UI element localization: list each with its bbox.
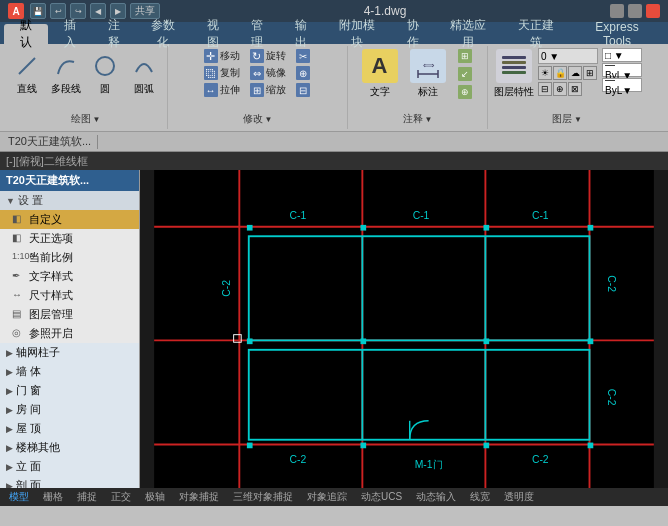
leader-btn[interactable]: ↙ [454, 66, 478, 82]
draw-group: 直线 多段线 圆 圆弧 [4, 46, 168, 129]
dim-button[interactable]: ⟺ 标注 [406, 48, 450, 100]
status-bar: 模型 栅格 捕捉 正交 极轴 对象捕捉 三维对象捕捉 对象追踪 动态UCS 动态… [0, 488, 668, 506]
tab-addon[interactable]: 附加模块 [323, 24, 391, 44]
trim-button[interactable]: ✂ [292, 48, 316, 64]
lw-btn[interactable]: 线宽 [465, 489, 495, 505]
close-btn[interactable] [646, 4, 660, 18]
otrack-btn[interactable]: 对象追踪 [302, 489, 352, 505]
minimize-btn[interactable] [610, 4, 624, 18]
cad-canvas[interactable]: C-1 C-1 C-1 C-2 C-2 C-2 C-2 C-2 M-1门 [140, 170, 668, 488]
polar-btn[interactable]: 极轴 [140, 489, 170, 505]
sidebar-section-settings[interactable]: ▼ 设 置 [0, 191, 139, 210]
roof-label: 屋 顶 [16, 421, 41, 436]
layer-btn2[interactable]: 🔒 [553, 66, 567, 80]
layer-btn1[interactable]: ☀ [538, 66, 552, 80]
layer-btn3[interactable]: ☁ [568, 66, 582, 80]
layer-select[interactable]: 0 ▼ [538, 48, 598, 64]
sidebar-group-section[interactable]: ▶ 剖 面 [0, 476, 139, 488]
textstyle-icon: ✒ [12, 270, 26, 284]
tab-view[interactable]: 视图 [191, 24, 235, 44]
layer-btn7[interactable]: ⊠ [568, 82, 582, 96]
layer-btn4[interactable]: ⊞ [583, 66, 597, 80]
layer-btn6[interactable]: ⊕ [553, 82, 567, 96]
tab-default[interactable]: 默认 [4, 24, 48, 44]
tab-arch[interactable]: 天正建筑 [502, 24, 570, 44]
sidebar-group-roof[interactable]: ▶ 屋 顶 [0, 419, 139, 438]
ribbon-tabs: 默认 插入 注释 参数化 视图 管理 输出 附加模块 协作 精选应用 天正建筑 … [0, 22, 668, 44]
modify-group: ✛ 移动 ↻ 旋转 ✂ ⿻ 复制 [168, 46, 348, 129]
lineweight-select[interactable]: —ByL▼ [602, 78, 642, 92]
sidebar-item-dimstyle[interactable]: ↔ 尺寸样式 [0, 286, 139, 305]
sidebar-item-custom[interactable]: ◧ 自定义 [0, 210, 139, 229]
array-button[interactable]: ⊟ [292, 82, 316, 98]
layer-prop-button[interactable]: 图层特性 [492, 48, 536, 100]
tab-collab[interactable]: 协作 [391, 24, 435, 44]
line-label: 直线 [17, 82, 37, 96]
annotate-col: ⊞ ↙ ⊕ [454, 48, 478, 100]
main-area: T20天正建筑软... ▼ 设 置 ◧ 自定义 ◧ 天正选项 1:100 当前比… [0, 170, 668, 488]
svg-rect-9 [502, 71, 526, 74]
rotate-button[interactable]: ↻ 旋转 [246, 48, 290, 64]
sidebar-item-tianzheng[interactable]: ◧ 天正选项 [0, 229, 139, 248]
sidebar-item-textstyle[interactable]: ✒ 文字样式 [0, 267, 139, 286]
stretch-button[interactable]: ↔ 拉伸 [200, 82, 244, 98]
ducs-btn[interactable]: 动态UCS [356, 489, 407, 505]
sidebar-group-elevation[interactable]: ▶ 立 面 [0, 457, 139, 476]
maximize-btn[interactable] [628, 4, 642, 18]
dynin-btn[interactable]: 动态输入 [411, 489, 461, 505]
3dosnap-btn[interactable]: 三维对象捕捉 [228, 489, 298, 505]
ortho-btn[interactable]: 正交 [106, 489, 136, 505]
sidebar-group-wall[interactable]: ▶ 墙 体 [0, 362, 139, 381]
line-button[interactable]: 直线 [8, 48, 46, 100]
svg-text:⟺: ⟺ [422, 61, 434, 70]
sidebar-group-grid[interactable]: ▶ 轴网柱子 [0, 343, 139, 362]
circle-button[interactable]: 圆 [86, 48, 124, 100]
layer-prop-label: 图层特性 [494, 85, 534, 99]
model-btn[interactable]: 模型 [4, 489, 34, 505]
grid-status-btn[interactable]: 栅格 [38, 489, 68, 505]
svg-text:C-2: C-2 [221, 280, 232, 297]
tab-insert[interactable]: 插入 [48, 24, 92, 44]
explode-button[interactable]: ⊕ [292, 65, 316, 81]
layer-btn5[interactable]: ⊟ [538, 82, 552, 96]
move-icon: ✛ [204, 49, 218, 63]
draw-expand-icon[interactable]: ▼ [93, 115, 101, 124]
sidebar-group-stair[interactable]: ▶ 楼梯其他 [0, 438, 139, 457]
sidebar-item-scale[interactable]: 1:100 当前比例 [0, 248, 139, 267]
sidebar-group-room[interactable]: ▶ 房 间 [0, 400, 139, 419]
copy-icon: ⿻ [204, 66, 218, 80]
svg-rect-35 [484, 443, 490, 449]
tab-express[interactable]: Express Tools [570, 24, 664, 44]
copy-button[interactable]: ⿻ 复制 [200, 65, 244, 81]
tab-apps[interactable]: 精选应用 [435, 24, 503, 44]
sidebar-group-door[interactable]: ▶ 门 窗 [0, 381, 139, 400]
tab-output[interactable]: 输出 [279, 24, 323, 44]
center-btn[interactable]: ⊕ [454, 84, 478, 100]
osnap-btn[interactable]: 对象捕捉 [174, 489, 224, 505]
sidebar-item-refopen[interactable]: ◎ 参照开启 [0, 324, 139, 343]
annotate-expand-icon[interactable]: ▼ [425, 115, 433, 124]
move-button[interactable]: ✛ 移动 [200, 48, 244, 64]
layer-expand-icon[interactable]: ▼ [574, 115, 582, 124]
modify-expand-icon[interactable]: ▼ [265, 115, 273, 124]
svg-rect-25 [247, 225, 253, 231]
sidebar-title: T20天正建筑软... [0, 170, 139, 191]
scale-button[interactable]: ⊞ 缩放 [246, 82, 290, 98]
snap-btn[interactable]: 捕捉 [72, 489, 102, 505]
svg-rect-28 [588, 225, 594, 231]
arc-button[interactable]: 圆弧 [125, 48, 163, 100]
sidebar-item-layermgr[interactable]: ▤ 图层管理 [0, 305, 139, 324]
mirror-button[interactable]: ⇔ 镜像 [246, 65, 290, 81]
polyline-button[interactable]: 多段线 [47, 48, 85, 100]
tab-parametric[interactable]: 参数化 [136, 24, 192, 44]
table-btn[interactable]: ⊞ [454, 48, 478, 64]
ribbon: 直线 多段线 圆 圆弧 [0, 44, 668, 132]
text-button[interactable]: A 文字 [358, 48, 402, 100]
tab-manage[interactable]: 管理 [235, 24, 279, 44]
svg-rect-27 [484, 225, 490, 231]
modify-row2: ⿻ 复制 ⇔ 镜像 ⊕ [200, 65, 316, 81]
wall-arrow-icon: ▶ [6, 367, 13, 377]
trans-btn[interactable]: 透明度 [499, 489, 539, 505]
annotate-group: A 文字 ⟺ 标注 ⊞ ↙ [348, 46, 488, 129]
tab-annotate[interactable]: 注释 [92, 24, 136, 44]
